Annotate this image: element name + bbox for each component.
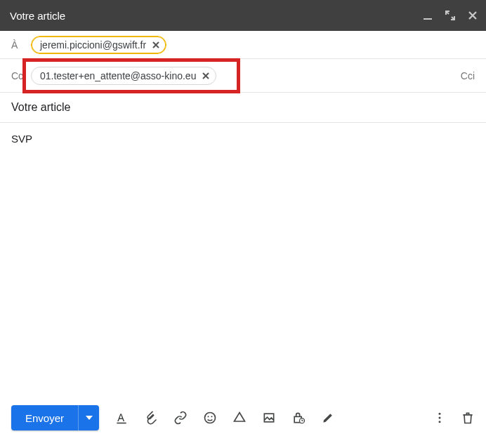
fullscreen-icon[interactable]	[444, 9, 457, 22]
close-icon[interactable]	[466, 9, 479, 22]
svg-point-9	[439, 417, 441, 419]
body-text: SVP	[11, 133, 32, 145]
pen-icon[interactable]	[321, 411, 335, 425]
link-icon[interactable]	[173, 411, 188, 425]
compose-toolbar: Envoyer	[0, 400, 486, 435]
message-body[interactable]: SVP	[0, 123, 486, 390]
bcc-toggle[interactable]: Cci	[461, 70, 475, 81]
send-more-button[interactable]	[78, 405, 99, 430]
to-label: À	[11, 39, 31, 51]
svg-rect-5	[264, 414, 273, 422]
lock-clock-icon[interactable]	[291, 411, 306, 425]
recipient-chip-cc[interactable]: 01.tester+en_attente@asso-kino.eu	[31, 67, 216, 85]
chip-remove-icon[interactable]	[150, 39, 162, 51]
toolbar-right	[433, 411, 475, 425]
drive-icon[interactable]	[232, 411, 247, 425]
recipient-chip-to[interactable]: jeremi.piccioni@gswift.fr	[31, 36, 166, 54]
image-icon[interactable]	[262, 411, 276, 425]
more-vert-icon[interactable]	[433, 411, 447, 425]
recipient-chip-cc-text: 01.tester+en_attente@asso-kino.eu	[40, 70, 196, 81]
svg-point-8	[439, 413, 441, 415]
svg-point-3	[208, 416, 209, 417]
format-text-icon[interactable]	[114, 411, 129, 425]
send-button[interactable]: Envoyer	[11, 405, 78, 430]
send-button-group: Envoyer	[11, 405, 99, 430]
compose-titlebar: Votre article	[0, 0, 486, 31]
paperclip-icon[interactable]	[144, 411, 158, 425]
compose-body: À jeremi.piccioni@gswift.fr Cc 01.tester…	[0, 31, 486, 390]
svg-rect-0	[423, 18, 432, 20]
window-controls	[421, 0, 479, 31]
recipient-chip-to-text: jeremi.piccioni@gswift.fr	[40, 39, 146, 51]
svg-rect-1	[117, 423, 126, 424]
minimize-icon[interactable]	[421, 9, 434, 22]
subject-field[interactable]: Votre article	[0, 93, 486, 123]
cc-label: Cc	[11, 70, 31, 81]
svg-point-4	[211, 416, 213, 417]
svg-point-2	[205, 413, 216, 423]
formatting-toolbar	[114, 411, 335, 425]
emoji-icon[interactable]	[203, 411, 217, 425]
trash-icon[interactable]	[461, 411, 475, 425]
to-field-row[interactable]: À jeremi.piccioni@gswift.fr	[0, 31, 486, 59]
svg-point-10	[439, 421, 441, 423]
chip-remove-icon[interactable]	[200, 70, 211, 81]
cc-field-row[interactable]: Cc 01.tester+en_attente@asso-kino.eu Cci	[0, 59, 486, 93]
compose-title: Votre article	[10, 10, 65, 22]
subject-text: Votre article	[11, 101, 70, 113]
